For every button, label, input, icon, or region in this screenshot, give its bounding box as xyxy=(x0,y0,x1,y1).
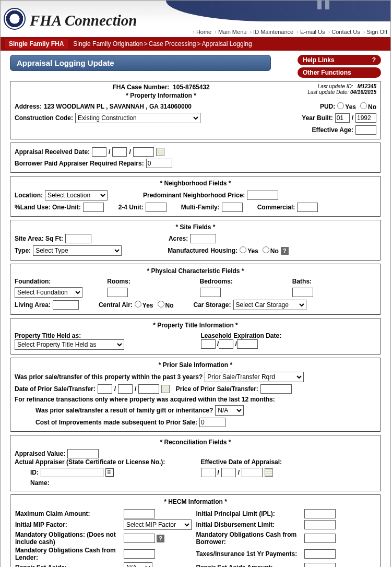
app-title: FHA Connection xyxy=(30,12,137,29)
appraised-value-label: Appraised Value: xyxy=(15,450,65,457)
construction-code-select[interactable]: Existing Construction xyxy=(75,113,200,123)
top-nav: ›Home ›Main Menu ›ID Maintenance ›E-mail… xyxy=(191,29,387,35)
breadcrumb-seg-3[interactable]: Appraisal Logging xyxy=(202,40,252,48)
leasehold-yyyy[interactable] xyxy=(237,339,258,349)
mip-factor-select[interactable]: Select MIP Factor xyxy=(124,519,192,530)
section-appraisal-received: Appraisal Received Date: / / Borrower Pa… xyxy=(10,143,381,173)
site-area-input[interactable] xyxy=(65,234,91,243)
construction-code-label: Construction Code: xyxy=(15,114,73,122)
breadcrumb-root[interactable]: Single Family FHA xyxy=(5,39,68,49)
land-use-multi-input[interactable] xyxy=(222,203,243,212)
prior-sale-3yr-select[interactable]: Prior Sale/Transfer Rqrd xyxy=(205,372,304,382)
leasehold-dd[interactable] xyxy=(219,339,233,349)
land-use-2-4-label: 2-4 Unit: xyxy=(118,204,144,211)
year-built-yyyy-input[interactable] xyxy=(355,113,376,123)
prior-sale-header: * Prior Sale Information * xyxy=(15,361,376,369)
appraised-value-input[interactable] xyxy=(67,449,99,458)
central-air-no-radio[interactable] xyxy=(158,301,164,308)
living-area-input[interactable] xyxy=(53,300,79,310)
appraisal-received-label: Appraisal Received Date: xyxy=(15,148,90,156)
help-icon[interactable]: ? xyxy=(281,247,289,255)
appraisal-received-dd[interactable] xyxy=(112,147,127,157)
breadcrumb-seg-1[interactable]: Single Family Origination xyxy=(73,40,142,48)
mandatory-cash-lender-input[interactable] xyxy=(124,549,155,559)
page-title: Appraisal Logging Update xyxy=(10,55,271,71)
location-label: Location: xyxy=(15,192,43,199)
pud-yes-radio[interactable] xyxy=(337,102,344,109)
baths-label: Baths: xyxy=(292,278,312,285)
foundation-select[interactable]: Select Foundation xyxy=(15,287,82,298)
pud-no-radio[interactable] xyxy=(360,102,367,109)
help-links-button[interactable]: Help Links? xyxy=(298,55,381,65)
section-reconciliation: * Reconciliation Fields * Appraised Valu… xyxy=(10,435,381,491)
borrower-repairs-input[interactable] xyxy=(146,159,172,168)
breadcrumb-seg-2[interactable]: Case Processing xyxy=(149,40,196,48)
predominant-price-label: Predominant Neighborhood Price: xyxy=(143,192,245,199)
acres-label: Acres: xyxy=(169,235,188,242)
actual-appraiser-label: Actual Appraiser (State Certificate or L… xyxy=(15,458,191,466)
prior-sale-price-input[interactable] xyxy=(260,384,292,394)
land-use-one-unit-label: %Land Use: One-Unit: xyxy=(15,204,81,211)
leasehold-mm[interactable] xyxy=(201,339,216,349)
calendar-icon[interactable] xyxy=(156,148,164,156)
appraiser-id-input[interactable] xyxy=(41,468,103,477)
land-use-multi-label: Multi-Family: xyxy=(181,204,220,211)
nav-home[interactable]: Home xyxy=(196,29,211,35)
site-type-select[interactable]: Select Type xyxy=(33,245,122,256)
bedrooms-label: Bedrooms: xyxy=(200,278,233,285)
predominant-price-input[interactable] xyxy=(247,191,278,200)
acres-input[interactable] xyxy=(190,234,216,243)
fha-case-number: 105-8765432 xyxy=(173,84,210,91)
hecm-header: * HECM Information * xyxy=(15,498,376,505)
bedrooms-input[interactable] xyxy=(200,288,221,297)
repair-set-aside-select[interactable]: N/A xyxy=(124,562,152,567)
site-area-label: Site Area: Sq Ft: xyxy=(15,235,63,242)
fha-case-label: FHA Case Number: xyxy=(112,84,169,91)
location-select[interactable]: Select Location xyxy=(45,190,108,200)
effective-date-mm[interactable] xyxy=(201,468,216,477)
header: FHA Connection ›Home ›Main Menu ›ID Main… xyxy=(1,1,390,37)
family-gift-select[interactable]: N/A xyxy=(215,405,244,416)
prior-sale-mm[interactable] xyxy=(98,384,112,394)
car-storage-select[interactable]: Select Car Storage xyxy=(233,300,306,310)
idl-input[interactable] xyxy=(304,520,336,529)
prior-sale-yyyy[interactable] xyxy=(138,384,159,394)
nav-contact-us[interactable]: Contact Us xyxy=(331,29,360,35)
mfg-no-radio[interactable] xyxy=(263,246,269,253)
nav-email-us[interactable]: E-mail Us xyxy=(300,29,325,35)
effective-date-yyyy[interactable] xyxy=(242,468,263,477)
car-storage-label: Car Storage: xyxy=(194,301,231,309)
nav-id-maintenance[interactable]: ID Maintenance xyxy=(253,29,293,35)
help-icon[interactable]: ? xyxy=(157,535,164,542)
mandatory-obligations-label: Mandatory Obligations: (Does not include… xyxy=(15,531,116,546)
land-use-commercial-input[interactable] xyxy=(297,203,318,212)
taxes-insurance-input[interactable] xyxy=(304,549,336,559)
effective-date-dd[interactable] xyxy=(221,468,236,477)
repair-set-aside-amount-input[interactable] xyxy=(304,563,336,567)
improvements-cost-input[interactable] xyxy=(199,418,225,427)
nav-sign-off[interactable]: Sign Off xyxy=(366,29,387,35)
baths-input[interactable] xyxy=(292,288,313,297)
rooms-input[interactable] xyxy=(107,288,128,297)
other-functions-button[interactable]: Other Functions xyxy=(298,67,381,78)
section-property-info: Last update ID: M12345 Last update Date:… xyxy=(10,81,381,139)
effective-age-input[interactable] xyxy=(355,125,376,135)
central-air-yes-radio[interactable] xyxy=(135,301,141,308)
calendar-icon[interactable] xyxy=(265,468,273,477)
mfg-yes-radio[interactable] xyxy=(240,246,246,253)
appraisal-received-mm[interactable] xyxy=(92,147,106,157)
title-held-as-select[interactable]: Select Property Title Held as xyxy=(15,339,124,350)
mandatory-obligations-input[interactable] xyxy=(124,534,155,543)
max-claim-input[interactable] xyxy=(124,509,155,518)
appraisal-received-yyyy[interactable] xyxy=(133,147,154,157)
mandatory-cash-borrower-input[interactable] xyxy=(304,534,336,543)
land-use-one-unit-input[interactable] xyxy=(83,203,104,212)
ipl-input[interactable] xyxy=(304,509,336,518)
prior-sale-dd[interactable] xyxy=(118,384,133,394)
land-use-2-4-input[interactable] xyxy=(146,203,167,212)
mfg-housing-label: Manufactured Housing: xyxy=(168,247,237,254)
nav-main-menu[interactable]: Main Menu xyxy=(218,29,246,35)
lookup-icon[interactable] xyxy=(105,468,114,477)
calendar-icon[interactable] xyxy=(161,385,170,393)
year-built-mm-input[interactable] xyxy=(335,113,350,123)
